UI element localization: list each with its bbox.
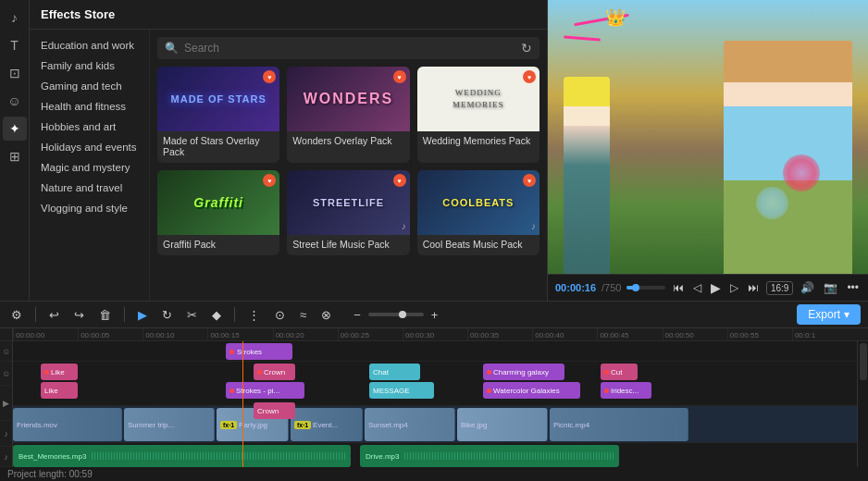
overlay-nav-icon[interactable]: ⊞ xyxy=(3,144,27,168)
ruler-mark-8: 00:00:40 xyxy=(532,328,597,340)
play-icon[interactable]: ▶ xyxy=(709,278,723,297)
sticker-clip-like-bottom[interactable]: Like xyxy=(41,382,78,399)
ruler-mark-2: 00:00:10 xyxy=(143,328,207,340)
sticker-nav-icon[interactable]: ☺ xyxy=(3,89,27,113)
split-icon[interactable]: ⋮ xyxy=(244,306,264,324)
skip-forward-icon[interactable]: ⏭ xyxy=(746,279,761,296)
speed-icon[interactable]: ⊙ xyxy=(271,306,289,324)
link-icon[interactable]: ⊗ xyxy=(317,306,335,324)
category-hobbies[interactable]: Hobbies and art xyxy=(30,117,149,137)
loop-icon[interactable]: ↻ xyxy=(158,306,176,324)
effects-body: Education and work Family and kids Gamin… xyxy=(30,30,547,301)
time-total: /750 xyxy=(601,282,621,293)
volume-icon[interactable]: 🔊 xyxy=(799,279,816,296)
effect-card-wonders[interactable]: WONDERS ♥ Wonders Overlay Pack xyxy=(287,67,409,163)
refresh-icon[interactable]: ↻ xyxy=(521,41,532,56)
video-seg-event[interactable]: fx·1Event... xyxy=(291,408,363,441)
video-seg-bike[interactable]: Bike.jpg xyxy=(457,408,548,441)
prev-frame-icon[interactable]: ◁ xyxy=(691,279,703,296)
video-seg-sunset[interactable]: Sunset.mp4 xyxy=(365,408,455,441)
audio-track-icon-2: ♪ xyxy=(4,452,8,462)
zoom-bar[interactable] xyxy=(368,313,424,316)
effect-info-1: Wonders Overlay Pack xyxy=(287,131,409,152)
thumb-label-2: WEDDINGMEMORIES xyxy=(417,67,539,131)
category-holidays[interactable]: Holidays and events xyxy=(30,137,149,157)
track-side-audio1[interactable]: ♪ xyxy=(0,421,12,447)
right-scrollbar[interactable] xyxy=(857,341,868,467)
more-options-icon[interactable]: ••• xyxy=(845,279,861,296)
preview-controls: 00:00:16 /750 ⏮ ◁ ▶ ▷ ⏭ 16:9 🔊 📷 ••• xyxy=(548,274,868,301)
music-nav-icon[interactable]: ♪ xyxy=(3,6,27,30)
play-timeline-icon[interactable]: ▶ xyxy=(134,306,151,324)
category-magic[interactable]: Magic and mystery xyxy=(30,157,149,178)
category-vlogging[interactable]: Vlogging and style xyxy=(30,198,149,218)
effect-name-0: Made of Stars Overlay Pack xyxy=(163,135,274,157)
effect-card-graffiti[interactable]: Graffiti ♥ Graffiti Pack xyxy=(157,170,279,255)
sticker-clip-iridesc[interactable]: Iridesc... xyxy=(601,382,651,399)
video-seg-summer[interactable]: Summer trip... xyxy=(124,408,215,441)
effect-card-made-of-stars[interactable]: MADE OF STARS ♥ Made of Stars Overlay Pa… xyxy=(157,67,279,163)
category-family[interactable]: Family and kids xyxy=(30,56,149,76)
transition-nav-icon[interactable]: ⊡ xyxy=(3,61,27,85)
track-side-audio2[interactable]: ♪ xyxy=(0,447,12,467)
effects-grid-area: 🔍 ↻ MADE OF STARS ♥ xyxy=(150,30,547,301)
snapshot-icon[interactable]: 📷 xyxy=(822,279,839,296)
effects-nav-icon[interactable]: ✦ xyxy=(3,117,27,141)
fx-badge-event: fx·1 xyxy=(294,421,311,429)
badge-5: ♥ xyxy=(523,174,536,187)
aspect-ratio-button[interactable]: 16:9 xyxy=(766,281,793,295)
trim-icon[interactable]: ✂ xyxy=(183,306,201,324)
delete-icon[interactable]: 🗑 xyxy=(95,306,115,324)
sticker-clip-message[interactable]: MESSAGE xyxy=(369,382,434,399)
audio-clip-drive[interactable]: Drive.mp3 xyxy=(360,445,619,467)
search-input[interactable] xyxy=(184,42,515,55)
tracks-side: ☺ ☺ ▶ ♪ ♪ xyxy=(0,341,13,467)
effect-name-4: Street Life Music Pack xyxy=(292,239,403,250)
sticker-clip-charming-bot[interactable]: Watercolor Galaxies xyxy=(483,382,580,399)
track-side-sticker2[interactable]: ☺ xyxy=(0,362,12,386)
category-health[interactable]: Health and fitness xyxy=(30,96,149,117)
video-seg-picnic[interactable]: Picnic.mp4 xyxy=(550,408,688,441)
category-gaming[interactable]: Gaming and tech xyxy=(30,76,149,96)
next-frame-icon[interactable]: ▷ xyxy=(728,279,740,296)
effect-thumb-3: Graffiti ♥ xyxy=(157,170,279,235)
sticker-clip-crown-top[interactable]: Crown xyxy=(254,364,295,380)
ruler-mark-4: 00:00:20 xyxy=(273,328,338,340)
skip-back-icon[interactable]: ⏮ xyxy=(671,279,686,296)
sticker-clip-charming-top[interactable]: Charming galaxy xyxy=(483,364,564,380)
undo-icon[interactable]: ↩ xyxy=(45,306,63,324)
clip-dot xyxy=(229,350,234,354)
category-education[interactable]: Education and work xyxy=(30,35,149,56)
effect-card-street[interactable]: STREETLIFE ♥ ♪ Street Life Music Pack xyxy=(287,170,409,255)
ruler-side-header xyxy=(0,328,13,340)
progress-bar[interactable] xyxy=(626,286,664,290)
audio-mix-icon[interactable]: ≈ xyxy=(296,306,310,324)
export-button[interactable]: Export ▾ xyxy=(797,304,861,325)
sticker-clip-crown-bot[interactable]: Crown xyxy=(254,402,295,419)
timeline-settings-icon[interactable]: ⚙ xyxy=(7,306,26,324)
audio-clip-best-memories[interactable]: Best_Memories.mp3 xyxy=(13,445,351,467)
zoom-out-icon[interactable]: − xyxy=(350,306,365,324)
ruler-mark-12: 00:0:1 xyxy=(792,328,857,340)
marker-icon[interactable]: ◆ xyxy=(208,306,225,324)
track-side-video[interactable]: ▶ xyxy=(0,386,12,421)
zoom-in-icon[interactable]: + xyxy=(428,306,442,324)
audio-waveform-1 xyxy=(92,452,345,460)
sticker-clip-cut-top[interactable]: Cut xyxy=(601,364,638,380)
sticker-clip-chat[interactable]: Chat xyxy=(369,364,420,380)
text-nav-icon[interactable]: T xyxy=(3,33,27,57)
timeline-scroll-area: 00:00:00 00:00:05 00:00:10 00:00:15 00:0… xyxy=(0,328,868,467)
video-seg-friends[interactable]: Friends.mov xyxy=(13,408,122,441)
effect-card-wedding[interactable]: WEDDINGMEMORIES ♥ Wedding Memories Pack xyxy=(417,67,539,163)
sticker-clip-like-top[interactable]: Like xyxy=(41,364,78,380)
sticker-clip-strokes-top[interactable]: Strokes xyxy=(226,343,292,360)
effect-info-5: Cool Beats Music Pack xyxy=(417,235,539,255)
sticker-clip-strokes-bot[interactable]: Strokes - pi... xyxy=(226,382,304,399)
track-side-sticker1[interactable]: ☺ xyxy=(0,341,12,362)
effect-info-2: Wedding Memories Pack xyxy=(417,131,539,152)
preview-video: 👑 xyxy=(548,0,868,274)
project-length: Project length: 00:59 xyxy=(0,467,868,481)
redo-icon[interactable]: ↪ xyxy=(70,306,88,324)
effect-card-cool[interactable]: COOLBEATS ♥ ♪ Cool Beats Music Pack xyxy=(417,170,539,255)
category-nature[interactable]: Nature and travel xyxy=(30,178,149,198)
